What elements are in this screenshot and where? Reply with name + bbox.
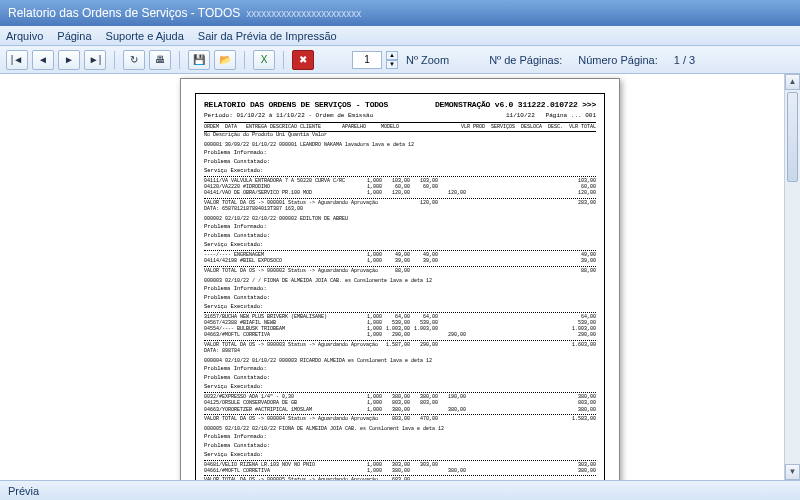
save-button[interactable]: 💾 [188,50,210,70]
export-excel-button[interactable]: X [253,50,275,70]
open-button[interactable]: 📂 [214,50,236,70]
zoom-input[interactable] [352,51,382,69]
last-page-button[interactable]: ►| [84,50,106,70]
page-display: 1 / 3 [674,54,695,66]
toolbar-separator [179,51,180,69]
zoom-label: Nº Zoom [406,54,449,66]
next-page-button[interactable]: ► [58,50,80,70]
window-subtitle: xxxxxxxxxxxxxxxxxxxxxxx [246,8,361,19]
pages-label: Nº de Páginas: [489,54,562,66]
toolbar: |◄ ◄ ► ►| ↻ 🖶 💾 📂 X ✖ ▲▼ Nº Zoom Nº de P… [0,46,800,74]
toolbar-separator [114,51,115,69]
toolbar-separator [283,51,284,69]
refresh-button[interactable]: ↻ [123,50,145,70]
print-button[interactable]: 🖶 [149,50,171,70]
close-preview-button[interactable]: ✖ [292,50,314,70]
window-title: Relatorio das Ordens de Serviços - TODOS [8,6,240,20]
prev-page-button[interactable]: ◄ [32,50,54,70]
zoom-spinner[interactable]: ▲▼ [386,51,398,69]
menu-pagina[interactable]: Página [57,30,91,42]
menu-sair[interactable]: Sair da Prévia de Impressão [198,30,337,42]
pagenum-label: Número Página: [578,54,658,66]
window-titlebar: Relatorio das Ordens de Serviços - TODOS… [0,0,800,26]
menu-arquivo[interactable]: Arquivo [6,30,43,42]
menu-bar: Arquivo Página Suporte e Ajuda Sair da P… [0,26,800,46]
menu-suporte[interactable]: Suporte e Ajuda [106,30,184,42]
toolbar-separator [244,51,245,69]
zoom-down-icon[interactable]: ▼ [386,60,398,69]
first-page-button[interactable]: |◄ [6,50,28,70]
zoom-up-icon[interactable]: ▲ [386,51,398,60]
